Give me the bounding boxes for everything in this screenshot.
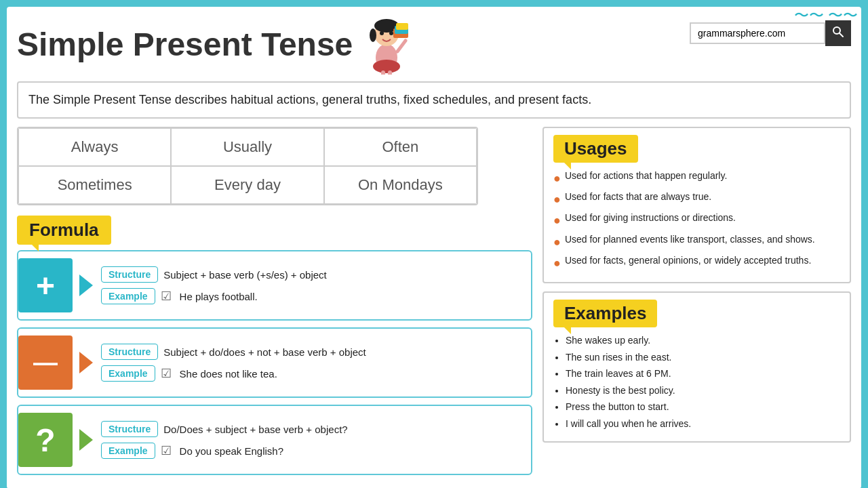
- examples-header: Examples: [553, 300, 657, 327]
- svg-point-1: [373, 60, 400, 73]
- negative-structure-badge: Structure: [101, 344, 158, 360]
- usage-item-2: ● Used for facts that are always true.: [553, 190, 840, 208]
- usage-text-1: Used for actions that happen regularly.: [565, 169, 727, 183]
- svg-line-10: [397, 41, 406, 52]
- formula-question-card: ? Structure Do/Does + subject + base ver…: [17, 405, 532, 475]
- negative-example-text: She does not like tea.: [180, 368, 277, 380]
- positive-example-row: Example ☑ He plays football.: [101, 288, 524, 304]
- page-title: Simple Present Tense: [17, 26, 353, 63]
- negative-formula-rows: Structure Subject + do/does + not + base…: [101, 344, 524, 382]
- svg-point-5: [380, 31, 384, 35]
- left-column: Always Usually Often Sometimes Every day…: [17, 127, 532, 482]
- freq-cell-often: Often: [324, 128, 477, 166]
- formula-header: Formula: [17, 216, 111, 245]
- positive-example-badge: Example: [101, 288, 155, 304]
- question-symbol: ?: [35, 422, 55, 459]
- example-item-6: I will call you when he arrives.: [566, 418, 840, 431]
- orange-dot-3: ●: [553, 212, 561, 229]
- usage-text-3: Used for giving instructions or directio…: [565, 211, 736, 225]
- usage-text-2: Used for facts that are always true.: [565, 190, 711, 204]
- description-text: The Simple Present Tense describes habit…: [28, 93, 591, 106]
- svg-point-6: [389, 31, 393, 35]
- usage-item-3: ● Used for giving instructions or direct…: [553, 211, 840, 229]
- svg-line-14: [840, 33, 843, 37]
- svg-rect-12: [388, 70, 392, 75]
- positive-structure-row: Structure Subject + base verb (+s/es) + …: [101, 266, 524, 283]
- formula-positive-card: + Structure Subject + base verb (+s/es) …: [17, 250, 532, 321]
- example-item-5: Press the button to start.: [566, 401, 840, 414]
- search-icon: [832, 26, 844, 38]
- usages-panel: Usages ● Used for actions that happen re…: [542, 127, 851, 283]
- usage-item-1: ● Used for actions that happen regularly…: [553, 169, 840, 187]
- minus-symbol: —: [33, 348, 58, 377]
- title-area: Simple Present Tense: [17, 14, 414, 75]
- orange-dot-2: ●: [553, 191, 561, 208]
- right-column: Usages ● Used for actions that happen re…: [542, 127, 851, 482]
- question-example-row: Example ☑ Do you speak English?: [101, 443, 524, 459]
- svg-rect-9: [396, 23, 408, 30]
- girl-character: [359, 14, 414, 75]
- example-item-3: The train leaves at 6 PM.: [566, 367, 840, 381]
- negative-example-badge: Example: [101, 365, 155, 382]
- question-structure-text: Do/Does + subject + base verb + object?: [163, 424, 347, 435]
- example-item-1: She wakes up early.: [566, 334, 840, 348]
- question-structure-row: Structure Do/Does + subject + base verb …: [101, 421, 524, 437]
- usages-header: Usages: [553, 135, 638, 163]
- negative-arrow: [79, 352, 93, 373]
- positive-structure-badge: Structure: [101, 266, 158, 283]
- question-arrow: [79, 429, 93, 451]
- freq-cell-always: Always: [18, 128, 171, 166]
- positive-structure-text: Subject + base verb (+s/es) + object: [163, 269, 327, 281]
- positive-check-icon: ☑: [161, 289, 172, 304]
- formula-section: Formula + Structure Subject + base verb …: [17, 216, 532, 475]
- example-item-2: The sun rises in the east.: [566, 351, 840, 365]
- header: Simple Present Tense: [17, 14, 851, 75]
- negative-example-row: Example ☑ She does not like tea.: [101, 365, 524, 382]
- positive-icon: +: [18, 258, 73, 312]
- svg-point-4: [370, 28, 376, 42]
- orange-dot-1: ●: [553, 170, 561, 187]
- question-formula-rows: Structure Do/Does + subject + base verb …: [101, 421, 524, 459]
- examples-list: She wakes up early. The sun rises in the…: [553, 334, 840, 431]
- usage-text-4: Used for planned events like transport, …: [565, 233, 815, 247]
- freq-cell-usually: Usually: [171, 128, 323, 166]
- example-item-4: Honesty is the best policy.: [566, 384, 840, 398]
- question-example-text: Do you speak English?: [180, 445, 283, 457]
- usages-list: ● Used for actions that happen regularly…: [553, 169, 840, 272]
- freq-cell-sometimes: Sometimes: [18, 166, 171, 204]
- freq-cell-everyday: Every day: [171, 166, 323, 204]
- question-structure-badge: Structure: [101, 421, 158, 437]
- frequency-grid: Always Usually Often Sometimes Every day…: [17, 127, 478, 205]
- examples-panel: Examples She wakes up early. The sun ris…: [542, 291, 851, 443]
- question-check-icon: ☑: [161, 443, 172, 458]
- negative-check-icon: ☑: [161, 366, 172, 381]
- plus-symbol: +: [36, 267, 55, 304]
- usage-text-5: Used for facts, general opinions, or wid…: [565, 254, 811, 268]
- main-container: Simple Present Tense: [7, 7, 861, 488]
- question-icon: ?: [18, 413, 73, 467]
- positive-example-text: He plays football.: [180, 291, 258, 302]
- bird-decoration: 〜〜 〜〜: [794, 5, 858, 26]
- negative-structure-row: Structure Subject + do/does + not + base…: [101, 344, 524, 360]
- usage-item-5: ● Used for facts, general opinions, or w…: [553, 254, 840, 272]
- negative-structure-text: Subject + do/does + not + base verb + ob…: [163, 346, 366, 358]
- question-example-badge: Example: [101, 443, 155, 459]
- usage-item-4: ● Used for planned events like transport…: [553, 233, 840, 251]
- freq-cell-mondays: On Mondays: [324, 166, 477, 204]
- orange-dot-4: ●: [553, 234, 561, 251]
- positive-formula-rows: Structure Subject + base verb (+s/es) + …: [101, 266, 524, 304]
- svg-rect-11: [381, 70, 385, 75]
- formula-negative-card: — Structure Subject + do/does + not + ba…: [17, 327, 532, 398]
- description-box: The Simple Present Tense describes habit…: [17, 81, 851, 119]
- orange-dot-5: ●: [553, 255, 561, 272]
- two-column-layout: Always Usually Often Sometimes Every day…: [17, 127, 851, 482]
- positive-arrow: [79, 274, 93, 296]
- negative-icon: —: [18, 336, 73, 390]
